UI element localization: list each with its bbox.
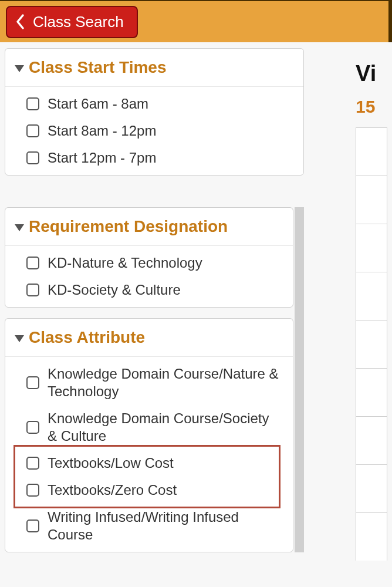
back-button-label: Class Search — [33, 13, 124, 31]
caret-down-icon — [15, 65, 24, 72]
filter-option-label: Start 6am - 8am — [48, 95, 148, 113]
checkbox[interactable] — [26, 484, 39, 497]
filter-title: Requirement Designation — [29, 217, 228, 236]
scrollbar[interactable] — [295, 207, 304, 552]
filter-option[interactable]: Knowledge Domain Course/Society & Cultur… — [5, 405, 293, 450]
filter-option-label: Textbooks/Zero Cost — [48, 481, 177, 499]
results-title: Vi — [356, 61, 387, 86]
result-card[interactable] — [356, 272, 387, 320]
caret-down-icon — [15, 224, 24, 231]
caret-down-icon — [15, 335, 24, 342]
filter-title: Class Start Times — [29, 58, 167, 77]
back-button[interactable]: Class Search — [6, 6, 138, 38]
filter-option[interactable]: Start 12pm - 7pm — [5, 144, 303, 171]
filter-option[interactable]: Start 6am - 8am — [5, 90, 303, 117]
checkbox[interactable] — [26, 457, 39, 470]
filter-option-label: Textbooks/Low Cost — [48, 454, 174, 472]
result-card[interactable] — [356, 416, 387, 464]
filter-option-label: Start 8am - 12pm — [48, 122, 156, 140]
filter-option-textbooks-low-cost[interactable]: Textbooks/Low Cost — [5, 450, 293, 477]
filter-option[interactable]: KD-Nature & Technology — [5, 249, 293, 276]
filter-option[interactable]: Knowledge Domain Course/Nature & Technol… — [5, 360, 293, 405]
filter-option-label: Knowledge Domain Course/Nature & Technol… — [48, 365, 282, 400]
result-card[interactable] — [356, 512, 387, 561]
result-card[interactable] — [356, 320, 387, 368]
checkbox[interactable] — [26, 257, 39, 269]
filters-column: Class Start Times Start 6am - 8am Start … — [5, 48, 304, 563]
result-card[interactable] — [356, 127, 387, 176]
filter-panel-start-times: Class Start Times Start 6am - 8am Start … — [5, 48, 304, 176]
filter-panel-class-attribute: Class Attribute Knowledge Domain Course/… — [5, 318, 293, 552]
checkbox[interactable] — [26, 519, 39, 532]
filter-title: Class Attribute — [29, 328, 145, 347]
filter-option-label: Writing Infused/Writing Infused Course — [48, 508, 282, 544]
results-count: 15 — [356, 97, 387, 117]
filter-option-textbooks-zero-cost[interactable]: Textbooks/Zero Cost — [5, 477, 293, 504]
result-card[interactable] — [356, 224, 387, 272]
filter-option-label: Start 12pm - 7pm — [48, 149, 156, 167]
checkbox[interactable] — [26, 376, 39, 389]
filter-header-requirement-designation[interactable]: Requirement Designation — [5, 208, 293, 246]
checkbox[interactable] — [26, 124, 39, 137]
filter-option-label: KD-Nature & Technology — [48, 254, 202, 272]
checkbox[interactable] — [26, 97, 39, 110]
filter-option-label: KD-Society & Culture — [48, 281, 181, 299]
top-banner: Class Search — [0, 0, 392, 42]
checkbox[interactable] — [26, 284, 39, 296]
filter-option[interactable]: Writing Infused/Writing Infused Course — [5, 504, 293, 548]
filter-option[interactable]: Start 8am - 12pm — [5, 117, 303, 144]
checkbox[interactable] — [26, 421, 39, 434]
checkbox[interactable] — [26, 151, 39, 164]
result-card[interactable] — [356, 368, 387, 416]
filter-header-start-times[interactable]: Class Start Times — [5, 49, 303, 87]
result-card[interactable] — [356, 464, 387, 512]
filter-panel-requirement-designation: Requirement Designation KD-Nature & Tech… — [5, 207, 293, 308]
results-column: Vi 15 — [315, 48, 387, 561]
chevron-left-icon — [15, 14, 25, 30]
result-card[interactable] — [356, 176, 387, 224]
filter-option[interactable]: KD-Society & Culture — [5, 276, 293, 303]
filter-option-label: Knowledge Domain Course/Society & Cultur… — [48, 410, 282, 445]
filter-header-class-attribute[interactable]: Class Attribute — [5, 319, 293, 357]
